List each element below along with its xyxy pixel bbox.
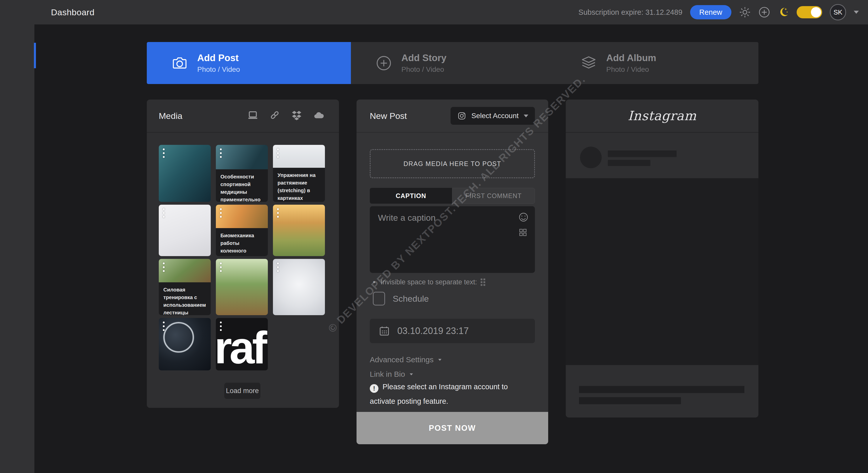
media-tile[interactable]: Биомеханика работы коленного сустава	[216, 205, 268, 256]
template-grid-icon[interactable]	[518, 228, 528, 238]
tile-caption: Биомеханика работы коленного сустава	[216, 228, 268, 256]
layers-icon	[580, 55, 597, 71]
calendar-icon	[378, 325, 390, 337]
tile-menu-icon[interactable]	[163, 148, 165, 158]
media-tile[interactable]: Силовая тренировка с использованием лест…	[159, 259, 211, 315]
tile-caption: Упражнения на растяжение (stretching) в …	[273, 168, 325, 202]
advanced-settings-toggle[interactable]: Advanced Settings	[370, 356, 442, 364]
add-icon[interactable]	[758, 6, 770, 18]
account-notice: Please select an Instagram account to ac…	[370, 379, 535, 408]
caption-input[interactable]	[370, 206, 535, 273]
dark-mode-toggle[interactable]	[797, 6, 822, 18]
new-post-title: New Post	[370, 111, 407, 121]
instagram-icon	[457, 111, 466, 121]
select-account-label: Select Account	[471, 112, 519, 120]
tile-menu-icon[interactable]	[277, 148, 279, 158]
tab-add-story[interactable]: Add StoryPhoto / Video	[351, 42, 556, 84]
tab-add-album[interactable]: Add AlbumPhoto / Video	[556, 42, 758, 84]
preview-footer	[566, 365, 758, 417]
notice-text: Please select an Instagram account to ac…	[370, 383, 508, 405]
schedule-row[interactable]: Schedule	[373, 292, 429, 305]
caption-placeholder-bar	[579, 397, 681, 404]
media-tile[interactable]	[273, 259, 325, 315]
invisible-space-label: Invisible space to separate text:	[381, 278, 477, 286]
preview-user-row	[566, 133, 758, 178]
tab-label: Add Post	[197, 53, 240, 63]
new-post-panel: New Post Select Account DRAG MEDIA HERE …	[356, 100, 548, 444]
camera-icon	[171, 55, 188, 71]
tab-first-comment[interactable]: FIRST COMMENT	[452, 188, 535, 204]
tab-sublabel: Photo / Video	[197, 65, 240, 74]
username-placeholder-bar	[608, 150, 677, 157]
tile-menu-icon[interactable]	[220, 148, 222, 158]
caret-down-icon	[524, 114, 528, 117]
media-tile[interactable]	[159, 318, 211, 370]
media-tile[interactable]	[273, 205, 325, 256]
media-tile[interactable]: Упражнения на растяжение (stretching) в …	[273, 145, 325, 202]
toggle-knob	[811, 7, 821, 17]
tile-menu-icon[interactable]	[163, 208, 165, 218]
dropbox-icon[interactable]	[291, 109, 302, 122]
dashboard-app: Dashboard Subscription expire: 31.12.248…	[0, 0, 868, 473]
tile-caption: raf	[216, 330, 265, 366]
link-in-bio-toggle[interactable]: Link in Bio	[370, 370, 413, 378]
media-tile[interactable]: raf	[216, 318, 268, 370]
post-media-placeholder	[566, 178, 758, 365]
datetime-value: 03.10.2019 23:17	[397, 326, 469, 336]
tile-caption: Силовая тренировка с использованием лест…	[159, 282, 211, 315]
computer-icon[interactable]	[247, 109, 258, 122]
load-more-button[interactable]: Load more	[224, 383, 260, 399]
advanced-settings-label: Advanced Settings	[370, 356, 433, 364]
tile-menu-icon[interactable]	[220, 322, 222, 331]
post-now-button[interactable]: POST NOW	[356, 412, 548, 444]
tile-menu-icon[interactable]	[220, 208, 222, 218]
tile-menu-icon[interactable]	[163, 263, 165, 272]
media-tile[interactable]	[159, 205, 211, 256]
tab-add-post[interactable]: Add PostPhoto / Video	[147, 42, 351, 84]
dark-mode-moon-icon	[778, 7, 789, 18]
invisible-space-hint: Invisible space to separate text:	[373, 278, 485, 286]
media-tile[interactable]: Особенности спортивной медицины применит…	[216, 145, 268, 202]
tab-label: Add Album	[606, 53, 656, 63]
page-title: Dashboard	[51, 0, 95, 25]
datetime-picker[interactable]: 03.10.2019 23:17	[370, 319, 535, 343]
cloud-icon[interactable]	[313, 109, 325, 122]
tile-menu-icon[interactable]	[277, 263, 279, 272]
caption-editor	[370, 206, 535, 273]
tab-sublabel: Photo / Video	[401, 65, 446, 74]
select-account-dropdown[interactable]: Select Account	[451, 107, 535, 125]
caption-placeholder-bar	[579, 386, 744, 393]
invisible-space-icon[interactable]	[480, 278, 485, 286]
sidebar-active-indicator	[34, 43, 36, 68]
plus-circle-icon	[375, 55, 392, 71]
drag-media-drop-zone[interactable]: DRAG MEDIA HERE TO POST	[370, 149, 535, 178]
location-placeholder-bar	[608, 160, 650, 166]
link-in-bio-label: Link in Bio	[370, 370, 405, 378]
tab-caption[interactable]: CAPTION	[370, 188, 452, 204]
sidebar	[0, 0, 34, 473]
caret-down-icon	[410, 373, 413, 375]
gear-icon[interactable]	[739, 6, 751, 18]
tile-menu-icon[interactable]	[220, 263, 222, 272]
tab-sublabel: Photo / Video	[606, 65, 656, 74]
emoji-icon[interactable]	[518, 212, 529, 224]
drop-zone-text: DRAG MEDIA HERE TO POST	[403, 160, 501, 168]
alert-icon	[370, 384, 378, 393]
avatar[interactable]: SK	[830, 4, 846, 20]
chevron-down-icon[interactable]	[854, 11, 859, 14]
neon-ring-decoration	[163, 322, 194, 352]
renew-button[interactable]: Renew	[690, 5, 732, 19]
media-tile[interactable]	[159, 145, 211, 202]
tile-menu-icon[interactable]	[163, 322, 165, 331]
instagram-preview-panel: Instagram	[566, 100, 758, 417]
avatar-placeholder	[580, 147, 602, 168]
instagram-logo: Instagram	[628, 108, 696, 123]
subscription-expiry-text: Subscription expire: 31.12.2489	[579, 8, 682, 16]
tab-label: Add Story	[401, 53, 446, 63]
tile-caption: Особенности спортивной медицины применит…	[216, 169, 268, 202]
schedule-checkbox[interactable]	[373, 292, 385, 305]
link-icon[interactable]	[269, 109, 280, 122]
tile-menu-icon[interactable]	[277, 208, 279, 218]
media-tile[interactable]	[216, 259, 268, 315]
caret-down-icon	[438, 359, 442, 361]
